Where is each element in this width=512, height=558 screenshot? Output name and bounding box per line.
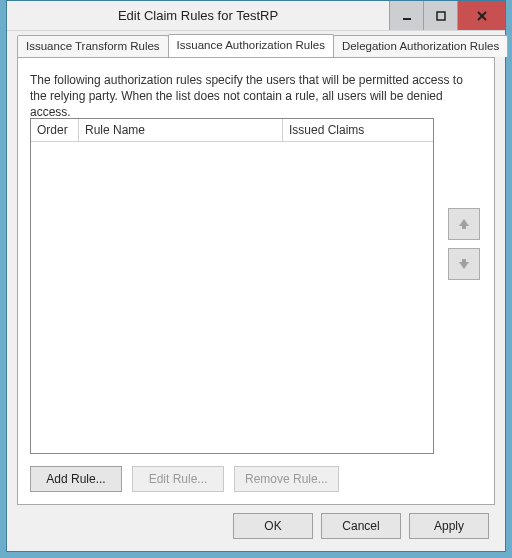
dialog-button-row: OK Cancel Apply [233, 513, 489, 539]
title-bar[interactable]: Edit Claim Rules for TestRP [7, 1, 505, 31]
rules-list[interactable]: Order Rule Name Issued Claims [30, 118, 434, 454]
tab-issuance-transform[interactable]: Issuance Transform Rules [17, 35, 169, 57]
svg-rect-1 [437, 12, 445, 20]
panel-description: The following authorization rules specif… [30, 72, 482, 121]
ok-button[interactable]: OK [233, 513, 313, 539]
remove-rule-button[interactable]: Remove Rule... [234, 466, 339, 492]
window-controls [389, 1, 505, 30]
column-order[interactable]: Order [31, 119, 79, 141]
tab-panel: The following authorization rules specif… [17, 57, 495, 505]
window-title: Edit Claim Rules for TestRP [7, 1, 389, 30]
client-area: Issuance Transform Rules Issuance Author… [17, 35, 495, 505]
cancel-button[interactable]: Cancel [321, 513, 401, 539]
arrow-down-icon [456, 256, 472, 272]
apply-button[interactable]: Apply [409, 513, 489, 539]
minimize-button[interactable] [389, 1, 423, 30]
close-button[interactable] [457, 1, 505, 30]
tab-delegation-authorization[interactable]: Delegation Authorization Rules [333, 35, 508, 57]
move-up-button[interactable] [448, 208, 480, 240]
list-body[interactable] [31, 143, 433, 453]
svg-rect-5 [462, 226, 466, 229]
svg-marker-4 [459, 219, 469, 226]
svg-rect-7 [462, 259, 466, 262]
arrow-up-icon [456, 216, 472, 232]
column-issued-claims[interactable]: Issued Claims [283, 119, 433, 141]
svg-marker-6 [459, 262, 469, 269]
reorder-buttons [448, 208, 480, 288]
maximize-button[interactable] [423, 1, 457, 30]
dialog-window: Edit Claim Rules for TestRP Issuance Tra… [6, 0, 506, 552]
list-header: Order Rule Name Issued Claims [31, 119, 433, 142]
column-rule-name[interactable]: Rule Name [79, 119, 283, 141]
move-down-button[interactable] [448, 248, 480, 280]
edit-rule-button[interactable]: Edit Rule... [132, 466, 224, 492]
add-rule-button[interactable]: Add Rule... [30, 466, 122, 492]
tab-strip: Issuance Transform Rules Issuance Author… [17, 35, 495, 57]
rule-button-row: Add Rule... Edit Rule... Remove Rule... [30, 466, 339, 492]
tab-issuance-authorization[interactable]: Issuance Authorization Rules [168, 34, 334, 57]
